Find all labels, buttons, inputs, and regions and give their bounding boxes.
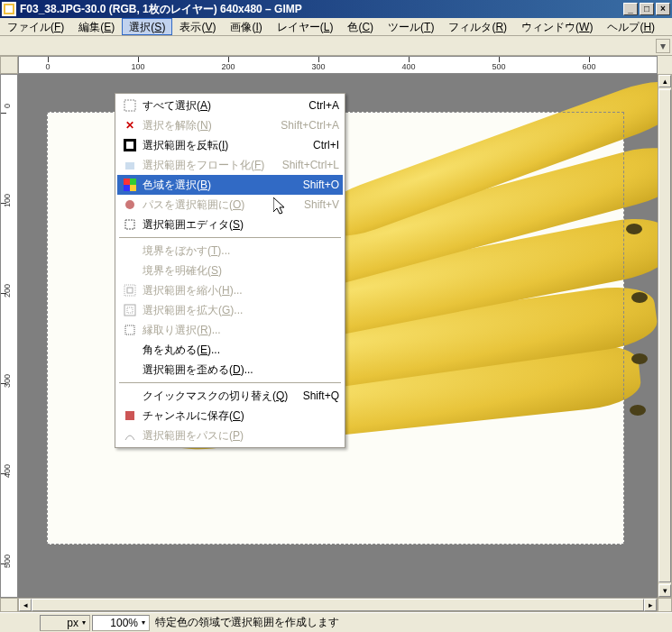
quickmask-toggle[interactable] bbox=[0, 598, 18, 612]
menuitem-label: 選択範囲をフロート化(F) bbox=[143, 158, 275, 173]
menu-色[interactable]: 色(C) bbox=[340, 18, 381, 35]
menuitem-選択範囲を反転[interactable]: 選択範囲を反転(I)Ctrl+I bbox=[117, 135, 343, 155]
float-icon bbox=[121, 158, 139, 172]
svg-rect-12 bbox=[124, 285, 135, 296]
svg-rect-8 bbox=[124, 185, 130, 191]
image-content bbox=[631, 292, 648, 303]
menu-レイヤー[interactable]: レイヤー(L) bbox=[270, 18, 341, 35]
menuitem-選択範囲エディタ[interactable]: 選択範囲エディタ(S) bbox=[117, 215, 343, 234]
menuitem-パスを選択範囲に: パスを選択範囲に(O)Shift+V bbox=[117, 195, 343, 215]
image-content bbox=[309, 74, 658, 247]
menuitem-label: 選択範囲を反転(I) bbox=[143, 138, 306, 153]
svg-rect-14 bbox=[127, 307, 133, 313]
path-icon bbox=[121, 197, 139, 212]
invert-icon bbox=[121, 138, 139, 152]
shrink-icon bbox=[121, 283, 139, 298]
svg-rect-13 bbox=[127, 288, 133, 293]
menu-bar: ファイル(F)編集(E)選択(S)表示(V)画像(I)レイヤー(L)色(C)ツー… bbox=[0, 18, 672, 36]
menu-separator bbox=[119, 382, 341, 383]
topath-icon bbox=[121, 428, 139, 443]
color-icon bbox=[121, 178, 139, 192]
x-icon: ✕ bbox=[121, 118, 139, 133]
menuitem-label: 選択範囲を縮小(H)... bbox=[143, 283, 332, 298]
scroll-track-h[interactable] bbox=[32, 599, 644, 611]
menu-フィルタ[interactable]: フィルタ(R) bbox=[441, 18, 514, 35]
minimize-button[interactable]: _ bbox=[623, 3, 638, 15]
ruler-origin-box[interactable] bbox=[0, 56, 18, 74]
svg-rect-6 bbox=[124, 179, 130, 185]
menu-separator bbox=[119, 237, 341, 238]
menuitem-選択範囲を縮小: 選択範囲を縮小(H)... bbox=[117, 280, 343, 300]
scroll-up-button[interactable]: ▴ bbox=[658, 75, 671, 87]
expand-toolbar-icon[interactable]: ▾ bbox=[656, 39, 670, 53]
workspace: 0100200300400500600 0100200300400500 ▴ ▾… bbox=[0, 56, 672, 612]
menuitem-label: 選択を解除(N) bbox=[143, 118, 273, 133]
editor-icon bbox=[121, 217, 139, 232]
menuitem-accelerator: Ctrl+A bbox=[308, 99, 339, 112]
blank-icon bbox=[121, 389, 139, 403]
menuitem-label: 境界をぼかす(T)... bbox=[143, 243, 332, 259]
menuitem-accelerator: Shift+O bbox=[303, 179, 339, 191]
menuitem-label: 選択範囲を拡大(G)... bbox=[143, 303, 332, 318]
menuitem-label: 縁取り選択(R)... bbox=[143, 323, 332, 338]
scroll-down-button[interactable]: ▾ bbox=[658, 584, 671, 597]
menu-表示[interactable]: 表示(V) bbox=[172, 18, 223, 35]
menuitem-チャンネルに保存[interactable]: チャンネルに保存(C) bbox=[117, 406, 343, 426]
menuitem-label: 角を丸める(E)... bbox=[143, 343, 332, 358]
menuitem-色域を選択[interactable]: 色域を選択(B)Shift+O bbox=[117, 175, 343, 195]
scroll-thumb-v[interactable] bbox=[658, 89, 671, 582]
menu-選択[interactable]: 選択(S) bbox=[122, 18, 172, 35]
menuitem-label: 選択範囲エディタ(S) bbox=[143, 217, 332, 233]
scroll-left-button[interactable]: ◂ bbox=[19, 599, 32, 611]
menuitem-選択範囲を拡大: 選択範囲を拡大(G)... bbox=[117, 300, 343, 320]
menuitem-accelerator: Shift+Q bbox=[303, 389, 339, 402]
menuitem-選択範囲を歪める[interactable]: 選択範囲を歪める(D)... bbox=[117, 360, 343, 380]
menu-ファイル[interactable]: ファイル(F) bbox=[0, 18, 71, 35]
tool-strip: ▾ bbox=[0, 36, 672, 56]
menu-ツール[interactable]: ツール(T) bbox=[381, 18, 441, 35]
svg-rect-1 bbox=[5, 5, 13, 13]
navigation-button[interactable] bbox=[658, 598, 672, 612]
maximize-button[interactable]: □ bbox=[640, 3, 654, 15]
scrollbar-horizontal[interactable]: ◂ ▸ bbox=[18, 598, 658, 612]
menu-ヘルプ[interactable]: ヘルプ(H) bbox=[600, 18, 662, 35]
menuitem-境界を明確化: 境界を明確化(S) bbox=[117, 261, 343, 280]
image-content bbox=[626, 224, 642, 234]
menuitem-角を丸める[interactable]: 角を丸める(E)... bbox=[117, 340, 343, 360]
svg-rect-5 bbox=[125, 162, 134, 169]
chevron-down-icon: ▾ bbox=[142, 618, 145, 627]
svg-rect-2 bbox=[124, 100, 135, 111]
close-button[interactable]: × bbox=[656, 3, 670, 15]
menuitem-label: 選択範囲をパスに(P) bbox=[143, 428, 332, 444]
menuitem-label: 選択範囲を歪める(D)... bbox=[143, 362, 332, 378]
ruler-vertical[interactable]: 0100200300400500 bbox=[0, 74, 18, 598]
menuitem-label: クイックマスクの切り替え(Q) bbox=[143, 389, 296, 404]
menuitem-クイックマスクの切り替え[interactable]: クイックマスクの切り替え(Q)Shift+Q bbox=[117, 386, 343, 406]
menuitem-選択を解除: ✕選択を解除(N)Shift+Ctrl+A bbox=[117, 115, 343, 135]
menuitem-label: パスを選択範囲に(O) bbox=[143, 197, 297, 213]
svg-point-10 bbox=[125, 200, 134, 209]
title-bar: F03_38.JPG-30.0 (RGB, 1枚のレイヤー) 640x480 –… bbox=[0, 0, 672, 18]
zoom-field[interactable]: 100% ▾ bbox=[92, 615, 150, 631]
menu-編集[interactable]: 編集(E) bbox=[71, 18, 122, 35]
menuitem-accelerator: Shift+V bbox=[304, 198, 339, 211]
unit-selector[interactable]: px ▾ bbox=[40, 615, 90, 631]
svg-rect-4 bbox=[126, 142, 133, 149]
menuitem-label: チャンネルに保存(C) bbox=[143, 408, 332, 424]
scrollbar-vertical[interactable]: ▴ ▾ bbox=[658, 74, 672, 598]
image-content bbox=[631, 353, 648, 364]
scroll-thumb-h[interactable] bbox=[32, 599, 644, 611]
menu-ウィンドウ[interactable]: ウィンドウ(W) bbox=[514, 18, 600, 35]
chevron-down-icon: ▾ bbox=[82, 618, 86, 627]
menuitem-境界をぼかす: 境界をぼかす(T)... bbox=[117, 241, 343, 261]
menuitem-すべて選択[interactable]: すべて選択(A)Ctrl+A bbox=[117, 96, 343, 115]
menuitem-縁取り選択: 縁取り選択(R)... bbox=[117, 320, 343, 340]
grow-icon bbox=[121, 303, 139, 317]
ruler-horizontal[interactable]: 0100200300400500600 bbox=[18, 56, 658, 74]
menuitem-label: 境界を明確化(S) bbox=[143, 263, 332, 279]
unit-label: px bbox=[67, 617, 78, 629]
menuitem-accelerator: Ctrl+I bbox=[313, 139, 339, 151]
menuitem-選択範囲をフロート化: 選択範囲をフロート化(F)Shift+Ctrl+L bbox=[117, 155, 343, 175]
scroll-right-button[interactable]: ▸ bbox=[644, 599, 657, 611]
menu-画像[interactable]: 画像(I) bbox=[223, 18, 269, 35]
